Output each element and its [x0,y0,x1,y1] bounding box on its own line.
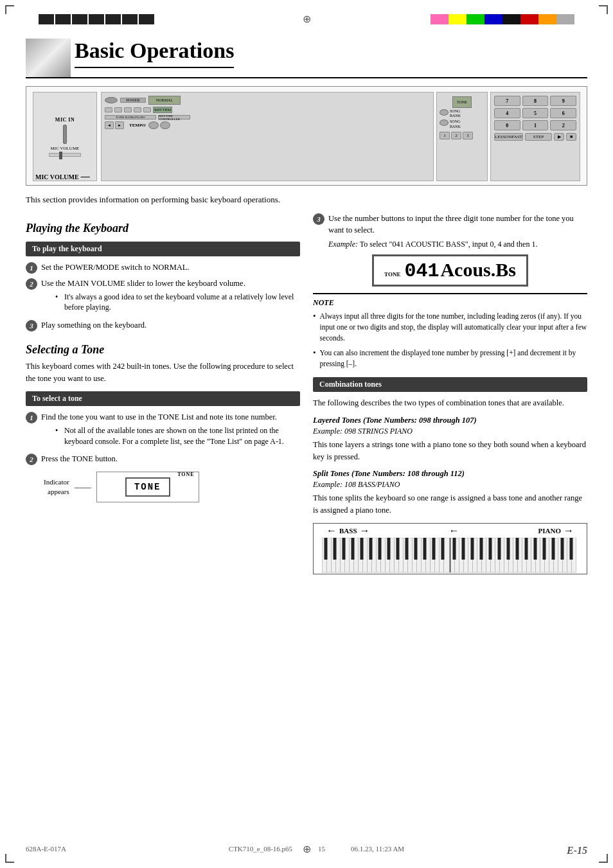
svg-rect-61 [369,538,373,560]
layered-tones-heading: Layered Tones (Tone Numbers: 098 through… [313,416,587,425]
right-step-3-text: Use the number buttons to input the thre… [328,213,587,236]
page-title: Basic Operations [75,39,234,68]
number-buttons-diagram-label: Number buttons — [532,86,580,87]
split-text: This tone splits the keyboard so one ran… [313,492,587,517]
color-bar [431,14,574,24]
select-step-2: 2 Press the TONE button. [26,453,300,465]
note-section: NOTE • Always input all three digits for… [313,293,587,369]
step-1-content: Set the POWER/MODE switch to NORMAL. [41,261,300,273]
svg-rect-57 [333,538,337,560]
tone-display-text: Acous.Bs [440,259,516,281]
step-2-bullet-1: It's always a good idea to set the keybo… [55,292,300,314]
select-step-1: 1 Find the tone you want to use in the T… [26,411,300,450]
svg-rect-65 [405,538,409,560]
combination-tones-intro: The following describes the two types of… [313,397,587,409]
svg-rect-82 [561,538,564,560]
left-column: Playing the Keyboard To play the keyboar… [26,213,300,574]
decorative-squares-top [39,14,154,24]
step-2-content: Use the MAIN VOLUME slider to lower the … [41,278,300,289]
note-bullet-1: Always input all three digits for the to… [320,311,587,344]
svg-rect-60 [360,538,364,560]
tone-display-superscript: TONE [384,271,400,278]
keyboard-diagram: MIC IN MIC VOLUME — POWER/MODE — MAIN VO… [26,86,587,186]
svg-rect-79 [534,538,537,560]
piano-label: PIANO [538,527,561,535]
note-bullet-2: You can also increment the displayed ton… [320,348,587,370]
tone-diagram-label: TONE — [437,86,461,87]
svg-rect-73 [480,538,483,560]
footer: 628A-E-017A CTK710_e_08-16.p65 15 06.1.2… [26,845,587,856]
tone-display-wrapper: TONE 041 Acous.Bs [313,254,587,287]
step-2-bullets: It's always a good idea to set the keybo… [55,292,300,314]
selecting-tone-intro: This keyboard comes with 242 built-in to… [26,360,300,385]
svg-rect-56 [324,538,328,560]
footer-left: 628A-E-017A [26,845,66,856]
play-step-3: 3 Play something on the keyboard. [26,319,300,332]
svg-rect-68 [432,538,436,560]
svg-rect-58 [342,538,346,560]
play-step-2: 2 Use the MAIN VOLUME slider to lower th… [26,278,300,316]
select-step-1-num: 1 [26,412,37,423]
footer-right: E-15 [567,845,587,856]
intro-text: This section provides information on per… [26,193,587,206]
svg-rect-62 [378,538,382,560]
to-select-tone-band: To select a tone [26,391,300,406]
svg-rect-59 [351,538,355,560]
svg-rect-64 [396,538,400,560]
svg-rect-69 [441,538,445,560]
svg-rect-70 [453,538,456,560]
footer-filename: CTK710_e_08-16.p65 [229,845,292,856]
step-2-num: 2 [26,278,37,290]
corner-mark-tr [599,5,608,14]
select-step-1-bullet: Not all of the available tones are shown… [55,425,300,447]
svg-rect-72 [471,538,474,560]
svg-rect-83 [570,538,573,560]
piano-arrow-row: ← BASS → ← PIANO → [314,524,587,538]
bass-label: BASS [339,527,357,535]
svg-rect-67 [423,538,427,560]
footer-page-num: 15 [318,845,325,856]
step-3-content: Play something on the keyboard. [41,319,300,331]
step-1-num: 1 [26,262,37,274]
select-step-2-text: Press the TONE button. [41,453,300,465]
svg-rect-74 [489,538,492,560]
main-volume-diagram-label: — MAIN VOLUME [159,92,208,94]
playing-keyboard-heading: Playing the Keyboard [26,222,300,235]
example-label: Example: [328,240,358,249]
right-column: 3 Use the number buttons to input the th… [313,213,587,574]
right-step-3-num: 3 [313,213,324,225]
footer-date: 06.1.23, 11:23 AM [351,845,404,856]
svg-rect-75 [498,538,501,560]
mic-in-label: MIC IN [55,117,75,123]
svg-rect-80 [543,538,546,560]
mic-volume-slider-label: MIC VOLUME [51,146,80,151]
tone-tag: TONE [177,472,195,477]
right-step-3: 3 Use the number buttons to input the th… [313,213,587,236]
svg-rect-71 [462,538,465,560]
layered-example: Example: 098 STRINGS PIANO [313,427,587,436]
corner-mark-br [599,854,608,863]
tone-display: TONE 041 Acous.Bs [372,254,528,287]
to-play-keyboard-band: To play the keyboard [26,242,300,256]
mic-volume-bottom-label: MIC VOLUME — [35,172,90,182]
indicator-arrow: —— [75,482,91,492]
combination-tones-heading: Combination tones [313,377,587,392]
piano-keyboard-diagram: ← BASS → ← PIANO → // Draw [313,523,587,574]
example-text: To select "041 ACOUSTIC BASS", input 0, … [360,240,538,249]
split-example: Example: 108 BASS/PIANO [313,480,587,490]
two-column-layout: Playing the Keyboard To play the keyboar… [26,213,587,574]
svg-rect-63 [387,538,391,560]
selecting-tone-heading: Selecting a Tone [26,343,300,357]
indicator-appears-label: Indicator appears [44,477,69,497]
compass-top: ⊕ [303,13,311,25]
svg-rect-66 [414,538,418,560]
svg-rect-81 [552,538,555,560]
layered-text: This tone layers a strings tone with a p… [313,439,587,463]
tone-indicator-box: TONE TONE [96,472,199,502]
play-step-1: 1 Set the POWER/MODE switch to NORMAL. [26,261,300,274]
select-step-1-bullets: Not all of the available tones are shown… [55,425,300,447]
split-tones-heading: Split Tones (Tone Numbers: 108 through 1… [313,469,587,479]
main-content: Basic Operations MIC IN MIC VOLUME — POW… [26,39,587,842]
step-3-num: 3 [26,320,37,332]
select-step-2-num: 2 [26,454,37,465]
